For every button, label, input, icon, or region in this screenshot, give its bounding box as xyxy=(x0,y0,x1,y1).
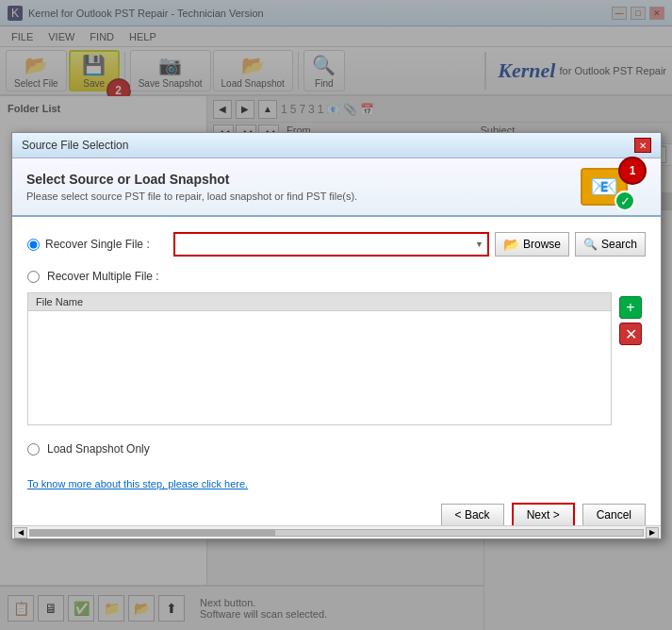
modal-header-left: Select Source or Load Snapshot Please se… xyxy=(26,172,357,202)
modal-header: Select Source or Load Snapshot Please se… xyxy=(12,158,661,217)
scroll-track[interactable] xyxy=(29,529,644,537)
search-modal-icon: 🔍 xyxy=(583,238,598,251)
file-path-dropdown-wrapper: ▼ xyxy=(173,232,489,257)
recover-single-row: Recover Single File : ▼ 📂 Browse 🔍 Searc… xyxy=(27,232,646,257)
check-icon: ✓ xyxy=(615,191,635,211)
next-button[interactable]: Next > xyxy=(512,503,575,527)
file-list-container: File Name ◀ ▶ + ✕ xyxy=(27,292,646,435)
add-remove-buttons: + ✕ xyxy=(615,292,646,435)
footer-help-link[interactable]: To know more about this step, please cli… xyxy=(12,471,661,497)
recover-multiple-radio[interactable] xyxy=(27,271,40,283)
file-list-header: File Name xyxy=(28,293,611,311)
load-snapshot-radio[interactable] xyxy=(27,443,40,456)
load-snapshot-row: Load Snapshot Only xyxy=(27,442,646,456)
cancel-button[interactable]: Cancel xyxy=(582,504,646,526)
modal-header-title: Select Source or Load Snapshot xyxy=(26,172,357,187)
scroll-right-arrow[interactable]: ▶ xyxy=(646,527,659,539)
search-button[interactable]: 🔍 Search xyxy=(575,232,646,257)
scroll-thumb xyxy=(30,530,275,536)
file-list-body xyxy=(28,311,611,424)
step1-badge: 1 xyxy=(618,157,647,185)
add-file-button[interactable]: + xyxy=(619,296,642,319)
modal-body: Recover Single File : ▼ 📂 Browse 🔍 Searc… xyxy=(12,217,661,471)
scroll-left-arrow[interactable]: ◀ xyxy=(14,527,27,539)
scrollbar: ◀ ▶ xyxy=(12,525,661,539)
load-snapshot-label: Load Snapshot Only xyxy=(47,442,150,456)
file-list-area: File Name ◀ ▶ xyxy=(27,292,612,425)
source-file-selection-dialog: Source File Selection ✕ Select Source or… xyxy=(11,132,662,539)
browse-label: Browse xyxy=(523,238,561,251)
modal-header-icon-area: 📧 ✓ 1 xyxy=(581,168,628,206)
recover-multiple-row: Recover Multiple File : xyxy=(27,270,646,283)
recover-multiple-label: Recover Multiple File : xyxy=(47,270,159,283)
modal-header-subtitle: Please select source PST file to repair,… xyxy=(26,191,357,202)
modal-title-bar: Source File Selection ✕ xyxy=(12,133,661,158)
recover-single-label: Recover Single File : xyxy=(45,238,168,251)
modal-close-button[interactable]: ✕ xyxy=(634,138,651,153)
search-label: Search xyxy=(601,238,637,251)
file-path-input[interactable] xyxy=(175,237,487,252)
back-button[interactable]: < Back xyxy=(441,504,504,526)
recover-single-radio[interactable] xyxy=(27,239,40,251)
modal-title: Source File Selection xyxy=(22,139,128,152)
remove-file-button[interactable]: ✕ xyxy=(619,323,642,345)
browse-icon: 📂 xyxy=(503,237,519,252)
dropdown-arrow-icon: ▼ xyxy=(475,240,484,249)
browse-button[interactable]: 📂 Browse xyxy=(495,232,569,257)
